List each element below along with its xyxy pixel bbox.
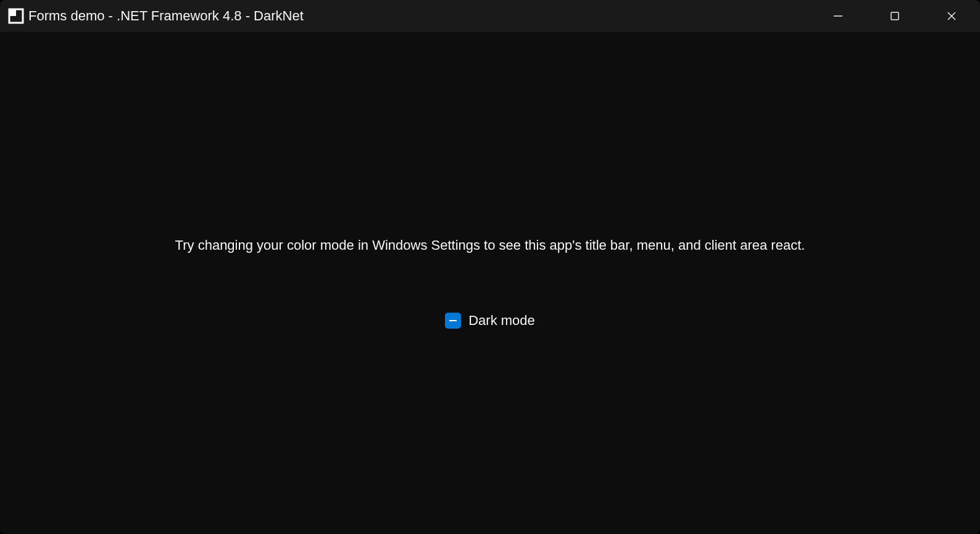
svg-rect-3 — [891, 12, 899, 20]
dark-mode-label: Dark mode — [468, 313, 535, 329]
svg-rect-1 — [9, 9, 16, 16]
app-icon — [7, 7, 25, 25]
instruction-text: Try changing your color mode in Windows … — [175, 237, 805, 253]
maximize-button[interactable] — [866, 0, 923, 32]
client-area: Try changing your color mode in Windows … — [0, 32, 980, 534]
window-title: Forms demo - .NET Framework 4.8 - DarkNe… — [28, 8, 810, 24]
checkbox-indeterminate-icon — [449, 320, 457, 322]
minimize-button[interactable] — [810, 0, 866, 32]
close-button[interactable] — [923, 0, 980, 32]
dark-mode-checkbox[interactable] — [445, 313, 461, 329]
window-controls — [810, 0, 980, 32]
app-window: Forms demo - .NET Framework 4.8 - DarkNe… — [0, 0, 980, 534]
titlebar[interactable]: Forms demo - .NET Framework 4.8 - DarkNe… — [0, 0, 980, 32]
dark-mode-checkbox-row[interactable]: Dark mode — [445, 313, 535, 329]
